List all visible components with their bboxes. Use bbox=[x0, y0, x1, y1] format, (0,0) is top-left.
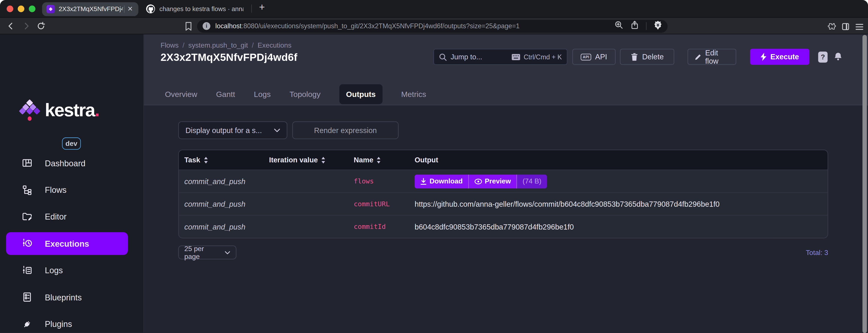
sidebar-item-plugins[interactable]: Plugins bbox=[0, 311, 143, 333]
address-bar[interactable]: i localhost:8080/ui/executions/system/pu… bbox=[197, 20, 668, 33]
tab-divider bbox=[251, 4, 252, 12]
sidebar-item-label: Blueprints bbox=[45, 293, 82, 302]
kestra-logo[interactable]: kestra. bbox=[21, 101, 99, 121]
menu-hamburger-icon[interactable] bbox=[855, 23, 863, 33]
browser-tab-active[interactable]: ◆ 2X3x2TMqX5NfvFPDj4wd6f ✕ bbox=[42, 2, 138, 16]
edit-flow-button[interactable]: Edit flow bbox=[688, 49, 736, 65]
chevron-down-icon bbox=[274, 128, 280, 132]
sort-icon[interactable] bbox=[321, 157, 326, 163]
render-expression-button[interactable]: Render expression bbox=[292, 121, 399, 139]
tab-metrics[interactable]: Metrics bbox=[401, 84, 426, 104]
share-icon[interactable] bbox=[630, 21, 639, 31]
tab-topology[interactable]: Topology bbox=[289, 84, 320, 104]
scrollbar-thumb[interactable] bbox=[862, 35, 867, 333]
bell-icon bbox=[834, 52, 843, 61]
sidebar-item-label: Executions bbox=[45, 239, 89, 248]
output-name-cell: commitId bbox=[354, 223, 385, 231]
fullscreen-window-button[interactable] bbox=[29, 5, 36, 12]
tab-close-icon[interactable]: ✕ bbox=[127, 5, 133, 12]
shortcut-hint: Ctrl/Cmd + K bbox=[524, 53, 562, 61]
file-size-badge: (74 B) bbox=[517, 174, 547, 188]
window-controls bbox=[7, 5, 36, 12]
url-text[interactable]: localhost:8080/ui/executions/system/push… bbox=[215, 22, 520, 30]
sidebar-panel-icon[interactable] bbox=[841, 22, 850, 33]
tab-gantt[interactable]: Gantt bbox=[216, 84, 235, 104]
url-host: localhost bbox=[215, 22, 242, 30]
blueprints-icon bbox=[22, 292, 33, 303]
breadcrumb-flows[interactable]: Flows bbox=[160, 41, 179, 49]
chevron-down-icon bbox=[225, 251, 230, 254]
outputs-content: Display output for a s... Render express… bbox=[144, 105, 868, 332]
vertical-scrollbar[interactable] bbox=[862, 35, 867, 333]
extensions-puzzle-icon[interactable] bbox=[827, 22, 836, 33]
total-count: Total: 3 bbox=[806, 249, 828, 256]
tab-separator bbox=[124, 5, 125, 12]
delete-button[interactable]: Delete bbox=[620, 49, 674, 65]
forward-icon[interactable] bbox=[22, 22, 30, 33]
sidebar-item-label: Editor bbox=[45, 212, 67, 221]
api-chip-icon: API bbox=[581, 53, 591, 60]
pencil-icon bbox=[695, 53, 701, 61]
tab-outputs[interactable]: Outputs bbox=[339, 84, 382, 104]
brave-shield-icon[interactable] bbox=[654, 20, 662, 32]
minimize-window-button[interactable] bbox=[18, 5, 25, 12]
preview-label: Preview bbox=[485, 177, 511, 185]
dashboard-icon bbox=[22, 158, 33, 169]
per-page-value: 25 per page bbox=[184, 245, 220, 260]
tab-overview[interactable]: Overview bbox=[165, 84, 197, 104]
search-icon bbox=[439, 53, 447, 61]
execute-button-label: Execute bbox=[770, 53, 799, 61]
task-cell: commit_and_push bbox=[184, 223, 245, 231]
output-value-cell: b604c8dfc90853b7365dba779087d4fb296be1f0 bbox=[415, 223, 574, 231]
header-actions: Jump to... Ctrl/Cmd + K API API Delete bbox=[433, 49, 842, 65]
preview-button[interactable]: Preview bbox=[469, 174, 517, 188]
sidebar-item-label: Flows bbox=[45, 185, 67, 195]
column-header-output: Output bbox=[409, 156, 828, 164]
browser-tab-inactive[interactable]: changes to kestra flows · anna-gel bbox=[143, 2, 249, 16]
breadcrumb-executions[interactable]: Executions bbox=[257, 41, 291, 49]
tab-logs[interactable]: Logs bbox=[254, 84, 271, 104]
notifications-button[interactable] bbox=[834, 52, 843, 61]
breadcrumb-namespace[interactable]: system.push_to_git bbox=[188, 41, 248, 49]
help-button[interactable]: ? bbox=[818, 51, 828, 62]
sidebar-item-executions[interactable]: Executions bbox=[0, 230, 143, 257]
bookmark-icon[interactable] bbox=[185, 21, 192, 33]
api-button[interactable]: API API bbox=[572, 49, 616, 65]
display-output-select[interactable]: Display output for a s... bbox=[178, 121, 287, 139]
new-tab-button[interactable]: + bbox=[257, 2, 267, 13]
jump-to-search[interactable]: Jump to... Ctrl/Cmd + K bbox=[433, 49, 567, 65]
sidebar-nav: Dashboard Flows Editor Executions Logs bbox=[0, 149, 143, 333]
column-header-iteration-value[interactable]: Iteration value bbox=[264, 156, 348, 164]
task-cell: commit_and_push bbox=[184, 200, 245, 208]
sidebar-item-dashboard[interactable]: Dashboard bbox=[0, 149, 143, 176]
sort-icon[interactable] bbox=[377, 157, 381, 163]
column-header-task[interactable]: Task bbox=[179, 156, 264, 164]
edit-flow-button-label: Edit flow bbox=[705, 49, 729, 65]
close-window-button[interactable] bbox=[7, 5, 13, 12]
back-icon[interactable] bbox=[7, 22, 15, 33]
file-output-actions: Download Preview (74 B) bbox=[415, 174, 547, 188]
kestra-wordmark: kestra. bbox=[45, 101, 99, 120]
sidebar-item-label: Dashboard bbox=[45, 158, 86, 168]
sidebar-item-editor[interactable]: Editor bbox=[0, 203, 143, 230]
sidebar-item-flows[interactable]: Flows bbox=[0, 176, 143, 203]
download-button[interactable]: Download bbox=[415, 174, 468, 188]
sidebar-item-logs[interactable]: Logs bbox=[0, 257, 143, 284]
task-cell: commit_and_push bbox=[184, 177, 245, 186]
sidebar: kestra. dev Dashboard Flows Editor bbox=[0, 34, 144, 333]
display-output-select-value: Display output for a s... bbox=[185, 126, 262, 134]
execute-button[interactable]: Execute bbox=[750, 49, 809, 65]
site-info-icon[interactable]: i bbox=[203, 22, 210, 30]
column-header-name[interactable]: Name bbox=[348, 156, 409, 164]
per-page-select[interactable]: 25 per page bbox=[178, 246, 237, 259]
main-panel: Flows/system.push_to_git/Executions 2X3x… bbox=[144, 34, 868, 333]
browser-toolbar: i localhost:8080/ui/executions/system/pu… bbox=[0, 17, 868, 34]
sidebar-item-blueprints[interactable]: Blueprints bbox=[0, 284, 143, 310]
eye-icon bbox=[474, 178, 482, 184]
reload-icon[interactable] bbox=[36, 22, 45, 33]
kestra-favicon-icon: ◆ bbox=[46, 5, 55, 13]
table-row: commit_and_push commitURL https://github… bbox=[179, 192, 828, 215]
sort-icon[interactable] bbox=[204, 157, 208, 163]
browser-window: ◆ 2X3x2TMqX5NfvFPDj4wd6f ✕ changes to ke… bbox=[0, 0, 868, 333]
zoom-page-icon[interactable] bbox=[614, 21, 623, 31]
